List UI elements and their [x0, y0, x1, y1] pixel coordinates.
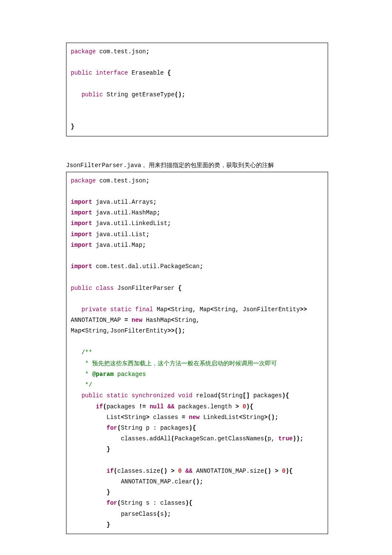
code-content: package com.test.json; public interface …: [71, 46, 323, 133]
code-block-eraseable: package com.test.json; public interface …: [66, 43, 328, 136]
description-text: 用来扫描指定的包里面的类，获取到关心的注解: [149, 162, 274, 168]
code-block-jsonfilterparser: package com.test.json; import java.util.…: [66, 172, 328, 534]
description-line: JsonFilterParser.java， 用来扫描指定的包里面的类，获取到关…: [66, 160, 328, 171]
kw-package: package: [71, 48, 96, 55]
filename: JsonFilterParser.java: [66, 162, 141, 169]
kw-public: public: [71, 69, 92, 76]
code-content: package com.test.json; import java.util.…: [71, 176, 323, 530]
